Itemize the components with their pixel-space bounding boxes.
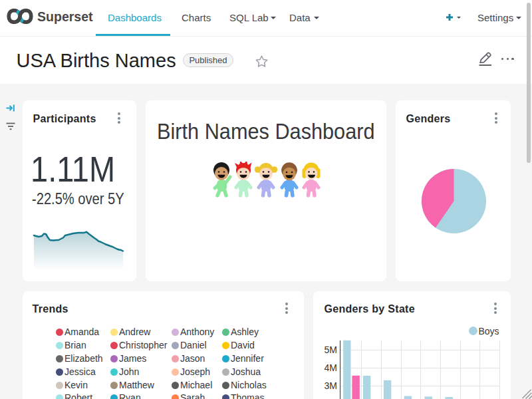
svg-text:4M: 4M <box>325 362 337 373</box>
svg-text:5M: 5M <box>325 344 337 355</box>
svg-text:3M: 3M <box>325 380 337 391</box>
